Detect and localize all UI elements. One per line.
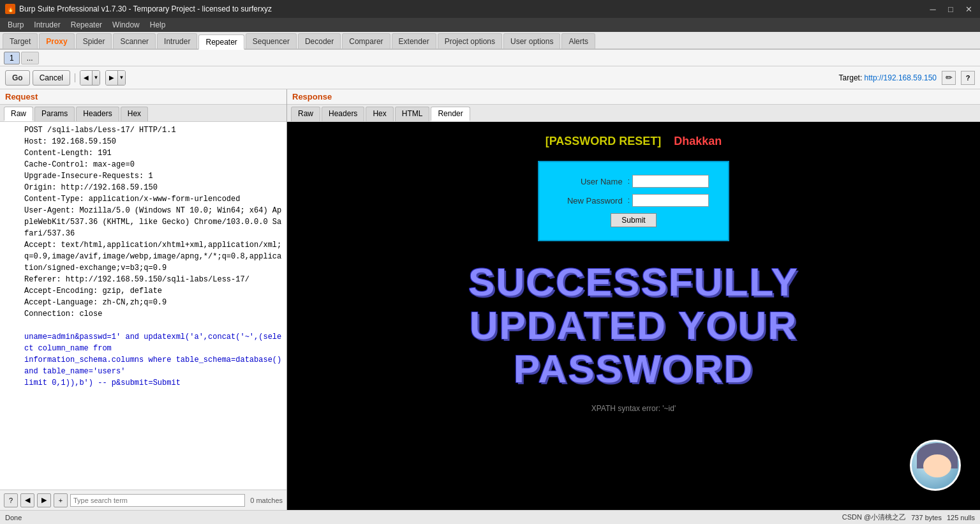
bytes-count: 737 bytes (911, 514, 942, 521)
avatar (910, 440, 961, 491)
success-text: SUCCESSFULLY UPDATED YOUR PASSWORD (458, 260, 809, 391)
tab-scanner[interactable]: Scanner (113, 33, 156, 49)
request-injection-line: uname=admin&passwd=1' and updatexml('a',… (24, 333, 286, 387)
request-panel: Request Raw Params Headers Hex POST /sql… (0, 89, 287, 510)
menu-burp[interactable]: Burp (3, 18, 29, 32)
maximize-button[interactable]: □ (944, 3, 957, 15)
request-tabs: Raw Params Headers Hex (0, 105, 286, 122)
nulls-count: 125 nulls (947, 514, 975, 521)
nav-back-button[interactable]: ◀ (80, 71, 92, 85)
username-label: User Name (558, 177, 623, 186)
avatar-face (923, 454, 951, 477)
search-help-button[interactable]: ? (4, 493, 18, 507)
title-bar: 🔥 Burp Suite Professional v1.7.30 - Temp… (0, 0, 980, 18)
search-add-button[interactable]: + (54, 493, 68, 507)
nav-forward-dropdown[interactable]: ▼ (117, 71, 125, 85)
response-tab-render[interactable]: Render (431, 107, 470, 121)
nav-back-pair[interactable]: ◀ ▼ (80, 70, 100, 86)
target-label: Target: http://192.168.59.150 (839, 73, 937, 82)
target-help-button[interactable]: ? (961, 71, 975, 85)
form-row-username: User Name : (558, 175, 709, 188)
request-content: POST /sqli-labs/Less-17/ HTTP/1.1 Host: … (22, 122, 286, 391)
nav-forward-pair[interactable]: ▶ ▼ (105, 70, 126, 86)
separator (75, 73, 75, 82)
response-panel: Response Raw Headers Hex HTML Render [PA… (287, 89, 980, 510)
go-button[interactable]: Go (5, 70, 30, 86)
tab-decoder[interactable]: Decoder (298, 33, 341, 49)
request-tab-hex[interactable]: Hex (121, 107, 148, 121)
nav-group-back: ◀ ▼ (80, 70, 103, 86)
avatar-image (912, 442, 959, 489)
menu-help[interactable]: Help (145, 18, 171, 32)
username-input[interactable] (632, 175, 709, 188)
target-url[interactable]: http://192.168.59.150 (865, 73, 937, 82)
search-input[interactable] (70, 494, 245, 507)
title-bar-controls[interactable]: ─ □ ✕ (926, 3, 975, 15)
minimize-button[interactable]: ─ (926, 3, 939, 15)
nav-group-forward: ▶ ▼ (105, 70, 128, 86)
toolbar: Go Cancel ◀ ▼ ▶ ▼ Target: http://192.168… (0, 66, 980, 89)
xpath-error: XPATH syntax error: '~id' (591, 404, 676, 413)
page-title-name: Dhakkan (674, 135, 722, 148)
tab-alerts[interactable]: Alerts (561, 33, 595, 49)
colon-2: : (628, 196, 630, 205)
edit-target-button[interactable]: ✏ (942, 71, 956, 85)
password-label: New Password (558, 196, 623, 206)
render-view: [PASSWORD RESET] Dhakkan User Name : New… (287, 122, 980, 510)
login-form-box: User Name : New Password : Submit (538, 161, 729, 241)
main-content: Request Raw Params Headers Hex POST /sql… (0, 89, 980, 510)
tab-proxy[interactable]: Proxy (39, 33, 74, 49)
status-text: Done (5, 514, 22, 521)
tab-comparer[interactable]: Comparer (342, 33, 390, 49)
tab-intruder[interactable]: Intruder (157, 33, 197, 49)
response-tabs: Raw Headers Hex HTML Render (287, 105, 980, 122)
repeater-tab-more[interactable]: ... (21, 52, 39, 64)
title-bar-text: Burp Suite Professional v1.7.30 - Tempor… (19, 4, 272, 13)
repeater-tab-1[interactable]: 1 (4, 52, 20, 64)
nav-back-dropdown[interactable]: ▼ (92, 71, 100, 85)
request-tab-raw[interactable]: Raw (4, 107, 33, 121)
request-footer: ? ◀ ▶ + 0 matches (0, 490, 286, 510)
nav-forward-button[interactable]: ▶ (106, 71, 117, 85)
form-row-password: New Password : (558, 194, 709, 207)
title-bar-left: 🔥 Burp Suite Professional v1.7.30 - Temp… (5, 4, 272, 14)
menu-repeater[interactable]: Repeater (66, 18, 107, 32)
password-input[interactable] (632, 194, 709, 207)
request-body-scroll[interactable]: POST /sqli-labs/Less-17/ HTTP/1.1 Host: … (0, 122, 286, 490)
menu-bar: Burp Intruder Repeater Window Help (0, 18, 980, 32)
search-prev-button[interactable]: ◀ (20, 493, 34, 507)
page-title-row: [PASSWORD RESET] Dhakkan (546, 135, 722, 148)
response-label: Response (292, 92, 332, 101)
tab-extender[interactable]: Extender (392, 33, 436, 49)
tab-target[interactable]: Target (3, 33, 38, 49)
status-bar: Done CSDN @小清桃之乙 737 bytes 125 nulls (0, 510, 980, 524)
match-count: 0 matches (250, 497, 283, 504)
tab-repeater[interactable]: Repeater (198, 34, 244, 50)
colon-1: : (628, 177, 630, 186)
request-tab-params[interactable]: Params (34, 107, 75, 121)
menu-window[interactable]: Window (107, 18, 145, 32)
search-next-button[interactable]: ▶ (37, 493, 51, 507)
request-header: Request (0, 89, 286, 105)
tab-sequencer[interactable]: Sequencer (246, 33, 297, 49)
status-right: CSDN @小清桃之乙 737 bytes 125 nulls (842, 513, 975, 522)
tab-user-options[interactable]: User options (503, 33, 560, 49)
tab-project-options[interactable]: Project options (438, 33, 502, 49)
submit-button[interactable]: Submit (611, 213, 656, 227)
main-tab-bar: Target Proxy Spider Scanner Intruder Rep… (0, 32, 980, 50)
response-tab-html[interactable]: HTML (395, 107, 430, 121)
app-icon: 🔥 (5, 4, 15, 14)
response-header: Response (287, 89, 980, 105)
response-tab-hex[interactable]: Hex (366, 107, 393, 121)
response-tab-headers[interactable]: Headers (322, 107, 364, 121)
tab-spider[interactable]: Spider (76, 33, 112, 49)
close-button[interactable]: ✕ (962, 3, 975, 15)
cancel-button[interactable]: Cancel (33, 70, 70, 86)
toolbar-right: Target: http://192.168.59.150 ✏ ? (839, 71, 975, 85)
response-tab-raw[interactable]: Raw (291, 107, 320, 121)
repeater-tab-bar: 1 ... (0, 50, 980, 66)
menu-intruder[interactable]: Intruder (29, 18, 65, 32)
request-label: Request (5, 92, 38, 101)
toolbar-left: Go Cancel ◀ ▼ ▶ ▼ (5, 70, 128, 86)
request-tab-headers[interactable]: Headers (76, 107, 119, 121)
